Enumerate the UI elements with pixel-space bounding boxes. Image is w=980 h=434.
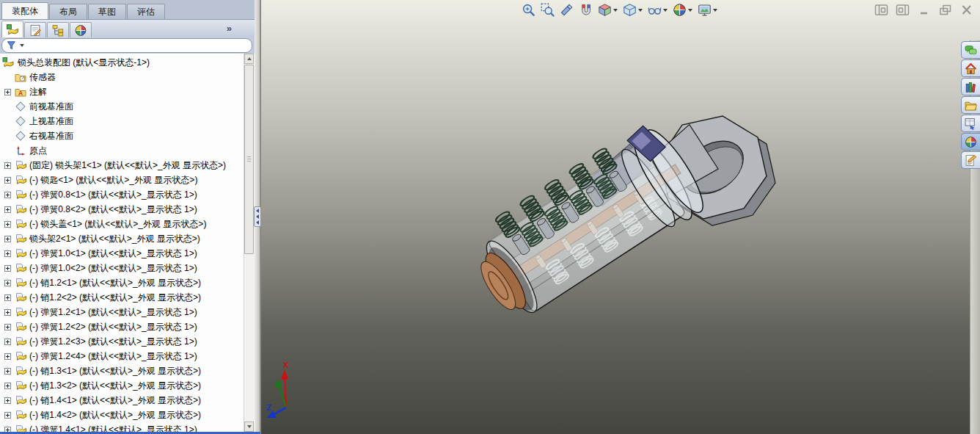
tree-item-label: 上视基准面 — [29, 115, 73, 128]
commandmanager-tab[interactable]: 布局 — [49, 4, 87, 19]
expand-toggle[interactable] — [4, 383, 11, 389]
expand-toggle[interactable] — [4, 427, 11, 433]
manager-tab[interactable] — [24, 22, 46, 37]
tree-item[interactable]: (-) 弹簧1.0<2> (默认<<默认>_显示状态 1>) — [0, 261, 244, 275]
tree-item[interactable]: (-) 弹簧0.8<1> (默认<<默认>_显示状态 1>) — [0, 187, 244, 202]
commandmanager-tab[interactable]: 草图 — [88, 4, 126, 19]
tree-item[interactable]: (-) 弹簧1.2<3> (默认<<默认>_显示状态 1>) — [0, 334, 244, 349]
window-control-button[interactable] — [896, 4, 910, 16]
tabs-overflow-chevron[interactable]: » — [227, 23, 231, 34]
tree-item[interactable]: 右视基准面 — [0, 129, 244, 143]
dropdown-caret-icon[interactable] — [613, 9, 618, 12]
headsup-button[interactable] — [558, 2, 575, 18]
window-control-button[interactable] — [917, 4, 932, 16]
commandmanager-tab[interactable]: 装配体 — [1, 2, 48, 19]
dropdown-caret-icon[interactable] — [688, 9, 692, 12]
task-pane-tab[interactable] — [961, 41, 980, 59]
headsup-button[interactable] — [577, 2, 594, 18]
tree-item[interactable]: (-) 销1.4<2> (默认<<默认>_外观 显示状态>) — [0, 408, 244, 422]
tree-item[interactable]: 注解 — [0, 84, 244, 99]
headsup-button[interactable] — [539, 2, 556, 18]
tree-item[interactable]: (-) 弹簧0.8<2> (默认<<默认>_显示状态 1>) — [0, 202, 244, 217]
manager-tab[interactable] — [70, 22, 92, 37]
tree-root-label: 锁头总装配图 (默认<显示状态-1>) — [18, 57, 150, 69]
headsup-button[interactable] — [621, 2, 644, 18]
task-pane-tab[interactable] — [961, 133, 980, 151]
task-pane-tab[interactable] — [961, 59, 980, 77]
task-pane-tab[interactable] — [961, 115, 980, 132]
model-3d-lock-assembly[interactable] — [261, 0, 980, 434]
expand-toggle[interactable] — [4, 294, 11, 301]
expand-toggle[interactable] — [4, 280, 11, 286]
task-pane-tab[interactable] — [961, 151, 980, 169]
headsup-button[interactable] — [696, 2, 719, 18]
tree-item[interactable]: 前视基准面 — [0, 99, 244, 114]
headsup-button[interactable] — [596, 2, 619, 18]
task-pane-tab[interactable] — [961, 78, 980, 95]
expand-toggle[interactable] — [4, 265, 11, 272]
tree-filter-input[interactable] — [1, 38, 252, 53]
tree-item[interactable]: 上视基准面 — [0, 114, 244, 129]
expand-toggle[interactable] — [4, 339, 11, 345]
filter-row — [0, 37, 255, 54]
expand-toggle[interactable] — [4, 309, 11, 316]
tree-item[interactable]: (-) 销1.3<2> (默认<<默认>_外观 显示状态>) — [0, 378, 244, 393]
tree-item[interactable]: (-) 弹簧1.4<1> (默认<<默认>_显示状态 1>) — [0, 422, 244, 432]
tree-item[interactable]: 锁头架2<1> (默认<<默认>_外观 显示状态>) — [0, 231, 244, 246]
expand-toggle[interactable] — [4, 250, 11, 257]
tree-item[interactable]: 传感器 — [0, 70, 244, 84]
expand-toggle[interactable] — [4, 162, 11, 169]
dropdown-caret-icon[interactable] — [713, 9, 717, 12]
tree-item[interactable]: (-) 锁头盖<1> (默认<<默认>_外观 显示状态>) — [0, 217, 244, 231]
headsup-button[interactable] — [520, 2, 537, 18]
splitter-collapse-button[interactable] — [254, 206, 261, 227]
expand-toggle[interactable] — [4, 236, 11, 242]
expand-toggle[interactable] — [4, 353, 11, 360]
solidworks-resources-icon — [965, 62, 977, 75]
task-pane-tab[interactable] — [961, 96, 980, 114]
scrollbar-up-button[interactable] — [244, 54, 254, 64]
dropdown-caret-icon[interactable] — [663, 9, 668, 12]
tree-item[interactable]: (-) 弹簧1.2<2> (默认<<默认>_显示状态 1>) — [0, 319, 244, 334]
tree-item[interactable]: (-) 弹簧1.2<4> (默认<<默认>_显示状态 1>) — [0, 349, 244, 364]
window-control-button[interactable] — [959, 4, 974, 16]
expand-toggle[interactable] — [4, 192, 11, 198]
tree-item-label: 右视基准面 — [29, 130, 73, 142]
scrollbar-thumb[interactable] — [244, 65, 254, 254]
expand-toggle[interactable] — [4, 324, 11, 330]
expand-toggle[interactable] — [4, 368, 11, 375]
scrollbar-down-button[interactable] — [244, 422, 254, 432]
tree-item[interactable]: (-) 销1.4<1> (默认<<默认>_外观 显示状态>) — [0, 393, 244, 408]
graphics-viewport[interactable]: X Z — [260, 0, 980, 434]
tree-item[interactable]: (-) 弹簧1.2<1> (默认<<默认>_显示状态 1>) — [0, 305, 244, 319]
tree-item[interactable]: (-) 销1.3<1> (默认<<默认>_外观 显示状态>) — [0, 364, 244, 378]
manager-tab[interactable] — [1, 21, 23, 37]
tree-item[interactable]: (-) 锁匙<1> (默认<<默认>_外观 显示状态>) — [0, 173, 244, 187]
tree-root-item[interactable]: 锁头总装配图 (默认<显示状态-1>) — [0, 55, 244, 70]
triad-z-label: Z — [266, 403, 271, 412]
tree-item[interactable]: (-) 销1.2<1> (默认<<默认>_外观 显示状态>) — [0, 275, 244, 290]
component-icon — [15, 365, 26, 377]
component-icon — [15, 174, 26, 186]
window-control-button[interactable] — [938, 4, 953, 16]
tree-scrollbar[interactable] — [244, 54, 255, 432]
commandmanager-tab[interactable]: 评估 — [127, 4, 165, 19]
headsup-button[interactable] — [671, 2, 694, 18]
tree-item[interactable]: (-) 弹簧1.0<1> (默认<<默认>_显示状态 1>) — [0, 246, 244, 261]
expand-toggle[interactable] — [4, 206, 11, 213]
arrow-up-icon — [247, 57, 252, 60]
expand-toggle[interactable] — [4, 412, 11, 419]
tree-item[interactable]: (-) 销1.2<2> (默认<<默认>_外观 显示状态>) — [0, 290, 244, 305]
manager-tab[interactable] — [47, 22, 69, 37]
expand-toggle[interactable] — [4, 177, 11, 184]
expand-toggle[interactable] — [4, 89, 11, 95]
window-control-button[interactable] — [874, 4, 889, 16]
filter-dropdown-caret-icon[interactable] — [20, 44, 24, 47]
tree-item[interactable]: 原点 — [0, 143, 244, 158]
close-icon — [959, 4, 974, 16]
expand-toggle[interactable] — [4, 221, 11, 228]
expand-toggle[interactable] — [4, 397, 11, 404]
dropdown-caret-icon[interactable] — [638, 9, 643, 12]
headsup-button[interactable] — [646, 2, 669, 18]
tree-item[interactable]: (固定) 锁头架1<1> (默认<<默认>_外观 显示状态>) — [0, 158, 244, 173]
